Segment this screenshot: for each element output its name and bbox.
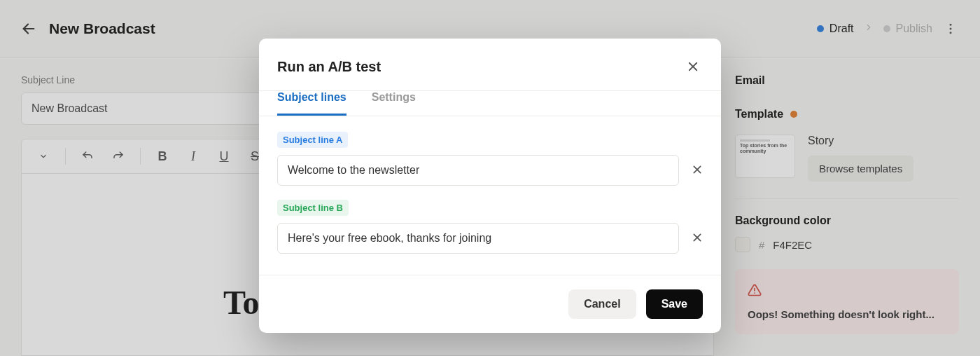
subject-a-input[interactable]: [277, 155, 679, 186]
remove-variant-b-button[interactable]: [692, 231, 703, 245]
modal-overlay[interactable]: Run an A/B test Subject lines Settings S…: [0, 0, 980, 356]
close-icon: [687, 60, 699, 73]
badge-subject-b: Subject line B: [277, 200, 349, 216]
remove-variant-a-button[interactable]: [692, 163, 703, 177]
ab-test-modal: Run an A/B test Subject lines Settings S…: [259, 39, 721, 333]
modal-title: Run an A/B test: [277, 59, 381, 75]
modal-close-button[interactable]: [683, 57, 703, 76]
close-icon: [692, 164, 703, 175]
tab-settings[interactable]: Settings: [372, 91, 416, 116]
tab-subject-lines[interactable]: Subject lines: [277, 91, 346, 116]
cancel-button[interactable]: Cancel: [568, 289, 636, 319]
close-icon: [692, 232, 703, 243]
subject-b-input[interactable]: [277, 223, 679, 254]
save-button[interactable]: Save: [646, 289, 703, 319]
badge-subject-a: Subject line A: [277, 132, 348, 148]
